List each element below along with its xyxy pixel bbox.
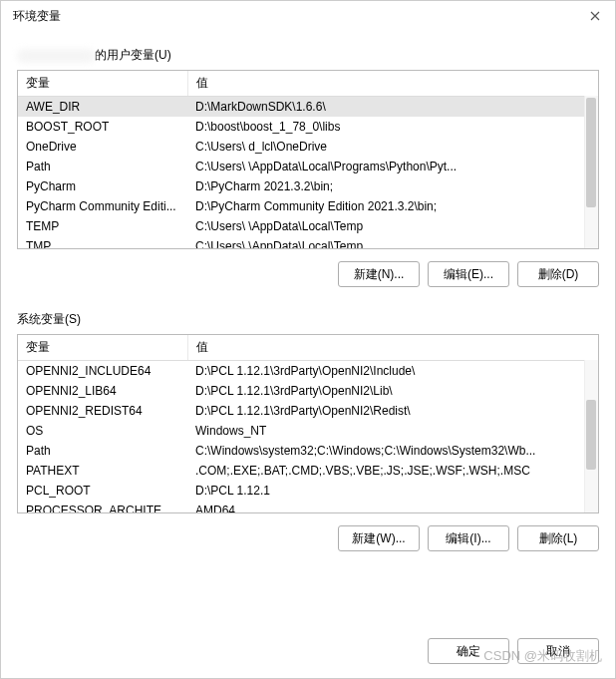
var-name: OneDrive <box>18 137 187 157</box>
table-row[interactable]: PCL_ROOTD:\PCL 1.12.1 <box>18 481 598 501</box>
table-row[interactable]: PathC:\Windows\system32;C:\Windows;C:\Wi… <box>18 441 598 461</box>
system-variables-buttons: 新建(W)... 编辑(I)... 删除(L) <box>17 525 599 551</box>
system-new-button[interactable]: 新建(W)... <box>338 525 420 551</box>
table-row[interactable]: PathC:\Users\ \AppData\Local\Programs\Py… <box>18 157 598 176</box>
var-name: BOOST_ROOT <box>18 117 187 137</box>
table-row[interactable]: OPENNI2_LIB64D:\PCL 1.12.1\3rdParty\Open… <box>18 381 598 401</box>
var-value: D:\PyCharm 2021.3.2\bin; <box>187 176 598 196</box>
user-variables-scroll[interactable]: AWE_DIRD:\MarkDownSDK\1.6.6\BOOST_ROOTD:… <box>18 97 598 249</box>
table-row[interactable]: PATHEXT.COM;.EXE;.BAT;.CMD;.VBS;.VBE;.JS… <box>18 461 598 481</box>
var-name: Path <box>18 157 187 176</box>
scrollbar-thumb[interactable] <box>586 400 596 470</box>
close-icon[interactable] <box>587 8 603 24</box>
system-variables-table-container: 变量 值 OPENNI2_INCLUDE64D:\PCL 1.12.1\3rdP… <box>17 334 599 513</box>
system-variables-label: 系统变量(S) <box>17 311 599 328</box>
table-row[interactable]: TMPC:\Users\ \AppData\Local\Temp <box>18 236 598 249</box>
var-name: TEMP <box>18 216 187 236</box>
var-value: C:\Windows\system32;C:\Windows;C:\Window… <box>187 441 598 461</box>
var-name: OS <box>18 421 187 441</box>
user-variables-table-container: 变量 值 AWE_DIRD:\MarkDownSDK\1.6.6\BOOST_R… <box>17 70 599 249</box>
system-variables-table[interactable]: 变量 值 <box>18 335 598 361</box>
dialog-footer: 确定 取消 <box>1 628 615 678</box>
var-name: PCL_ROOT <box>18 481 187 501</box>
var-value: D:\boost\boost_1_78_0\libs <box>187 117 598 137</box>
user-variables-buttons: 新建(N)... 编辑(E)... 删除(D) <box>17 261 599 287</box>
table-row[interactable]: AWE_DIRD:\MarkDownSDK\1.6.6\ <box>18 97 598 117</box>
var-value: C:\Users\ \AppData\Local\Programs\Python… <box>187 157 598 176</box>
user-delete-button[interactable]: 删除(D) <box>517 261 599 287</box>
user-variables-section: 的用户变量(U) 变量 值 AWE_DIRD:\MarkDownSDK\1.6.… <box>17 37 599 287</box>
user-new-button[interactable]: 新建(N)... <box>338 261 420 287</box>
system-delete-button[interactable]: 删除(L) <box>517 525 599 551</box>
system-variables-scroll[interactable]: OPENNI2_INCLUDE64D:\PCL 1.12.1\3rdParty\… <box>18 361 598 513</box>
table-row[interactable]: OPENNI2_INCLUDE64D:\PCL 1.12.1\3rdParty\… <box>18 361 598 381</box>
var-value: D:\PyCharm Community Edition 2021.3.2\bi… <box>187 196 598 216</box>
var-value: D:\PCL 1.12.1\3rdParty\OpenNI2\Redist\ <box>187 401 598 421</box>
column-header-value[interactable]: 值 <box>187 335 598 361</box>
var-name: AWE_DIR <box>18 97 187 117</box>
user-edit-button[interactable]: 编辑(E)... <box>428 261 509 287</box>
var-name: OPENNI2_INCLUDE64 <box>18 361 187 381</box>
scrollbar-thumb[interactable] <box>586 98 596 207</box>
cancel-button[interactable]: 取消 <box>517 638 599 664</box>
user-variables-label: 的用户变量(U) <box>17 47 599 64</box>
var-name: PROCESSOR_ARCHITECT... <box>18 501 187 513</box>
table-row[interactable]: OSWindows_NT <box>18 421 598 441</box>
column-header-name[interactable]: 变量 <box>18 335 187 361</box>
var-value: C:\Users\ \AppData\Local\Temp <box>187 216 598 236</box>
titlebar: 环境变量 <box>1 1 615 31</box>
table-row[interactable]: OneDriveC:\Users\ d_lcl\OneDrive <box>18 137 598 157</box>
column-header-value[interactable]: 值 <box>187 71 598 97</box>
user-variables-table[interactable]: 变量 值 <box>18 71 598 97</box>
var-value: C:\Users\ d_lcl\OneDrive <box>187 137 598 157</box>
titlebar-title: 环境变量 <box>13 8 61 25</box>
system-edit-button[interactable]: 编辑(I)... <box>428 525 509 551</box>
var-value: AMD64 <box>187 501 598 513</box>
table-row[interactable]: TEMPC:\Users\ \AppData\Local\Temp <box>18 216 598 236</box>
var-name: PyCharm <box>18 176 187 196</box>
var-name: TMP <box>18 236 187 249</box>
var-value: D:\PCL 1.12.1 <box>187 481 598 501</box>
var-name: OPENNI2_LIB64 <box>18 381 187 401</box>
var-value: D:\PCL 1.12.1\3rdParty\OpenNI2\Lib\ <box>187 381 598 401</box>
var-value: Windows_NT <box>187 421 598 441</box>
table-row[interactable]: PyCharm Community Editi...D:\PyCharm Com… <box>18 196 598 216</box>
table-header-row: 变量 值 <box>18 335 598 361</box>
table-row[interactable]: PROCESSOR_ARCHITECT...AMD64 <box>18 501 598 513</box>
var-value: D:\PCL 1.12.1\3rdParty\OpenNI2\Include\ <box>187 361 598 381</box>
dialog-content: 的用户变量(U) 变量 值 AWE_DIRD:\MarkDownSDK\1.6.… <box>1 31 615 628</box>
table-row[interactable]: PyCharmD:\PyCharm 2021.3.2\bin; <box>18 176 598 196</box>
ok-button[interactable]: 确定 <box>428 638 509 664</box>
scrollbar-track[interactable] <box>584 360 598 512</box>
table-row[interactable]: BOOST_ROOTD:\boost\boost_1_78_0\libs <box>18 117 598 137</box>
var-value: .COM;.EXE;.BAT;.CMD;.VBS;.VBE;.JS;.JSE;.… <box>187 461 598 481</box>
var-value: C:\Users\ \AppData\Local\Temp <box>187 236 598 249</box>
table-row[interactable]: OPENNI2_REDIST64D:\PCL 1.12.1\3rdParty\O… <box>18 401 598 421</box>
table-header-row: 变量 值 <box>18 71 598 97</box>
var-name: Path <box>18 441 187 461</box>
var-name: PATHEXT <box>18 461 187 481</box>
username-blurred <box>17 49 95 63</box>
var-name: OPENNI2_REDIST64 <box>18 401 187 421</box>
var-value: D:\MarkDownSDK\1.6.6\ <box>187 97 598 117</box>
column-header-name[interactable]: 变量 <box>18 71 187 97</box>
var-name: PyCharm Community Editi... <box>18 196 187 216</box>
system-variables-section: 系统变量(S) 变量 值 OPENNI2_INCLUDE64D:\PCL 1.1… <box>17 301 599 551</box>
environment-variables-dialog: 环境变量 的用户变量(U) 变量 值 <box>0 0 616 679</box>
scrollbar-track[interactable] <box>584 96 598 248</box>
